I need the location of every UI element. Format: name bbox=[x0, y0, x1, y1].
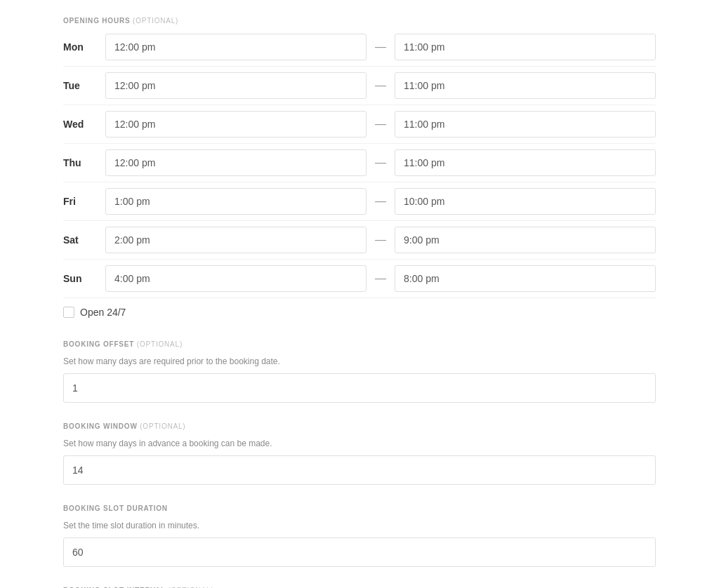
dash-thu: — bbox=[367, 156, 395, 169]
hours-row-mon: Mon — bbox=[63, 28, 656, 67]
booking-window-input[interactable] bbox=[63, 455, 656, 485]
hours-row-thu: Thu — bbox=[63, 144, 656, 182]
open-time-sun[interactable] bbox=[105, 265, 367, 292]
page-container: OPENING HOURS (OPTIONAL) Mon — Tue — Wed… bbox=[0, 0, 719, 588]
open-24h-label: Open 24/7 bbox=[80, 307, 126, 318]
hours-row-fri: Fri — bbox=[63, 182, 656, 221]
opening-hours-label: OPENING HOURS (OPTIONAL) bbox=[63, 17, 178, 25]
open-time-fri[interactable] bbox=[105, 188, 367, 215]
close-time-sun[interactable] bbox=[395, 265, 656, 292]
dash-tue: — bbox=[367, 79, 395, 92]
day-label-tue: Tue bbox=[63, 80, 105, 91]
hours-row-sat: Sat — bbox=[63, 221, 656, 260]
close-time-fri[interactable] bbox=[395, 188, 656, 215]
hours-row-tue: Tue — bbox=[63, 67, 656, 105]
booking-window-section: BOOKING WINDOW (OPTIONAL) Set how many d… bbox=[63, 422, 656, 485]
booking-offset-section: BOOKING OFFSET (OPTIONAL) Set how many d… bbox=[63, 340, 656, 403]
open-time-tue[interactable] bbox=[105, 72, 367, 99]
booking-offset-title: BOOKING OFFSET (OPTIONAL) bbox=[63, 340, 656, 348]
booking-slot-duration-input[interactable] bbox=[63, 537, 656, 567]
close-time-sat[interactable] bbox=[395, 227, 656, 253]
dash-sat: — bbox=[367, 234, 395, 246]
dash-fri: — bbox=[367, 195, 395, 208]
booking-window-description: Set how many days in advance a booking c… bbox=[63, 439, 656, 448]
booking-window-title: BOOKING WINDOW (OPTIONAL) bbox=[63, 422, 656, 430]
hours-row-sun: Sun — bbox=[63, 260, 656, 298]
booking-slot-duration-section: BOOKING SLOT DURATION Set the time slot … bbox=[63, 505, 656, 567]
hours-row-wed: Wed — bbox=[63, 105, 656, 144]
opening-hours-section: OPENING HOURS (OPTIONAL) Mon — Tue — Wed… bbox=[63, 14, 656, 318]
day-label-wed: Wed bbox=[63, 119, 105, 130]
opening-hours-title-row: OPENING HOURS (OPTIONAL) bbox=[63, 14, 656, 25]
dash-wed: — bbox=[367, 118, 395, 131]
day-label-sun: Sun bbox=[63, 273, 105, 284]
day-label-sat: Sat bbox=[63, 234, 105, 246]
dash-sun: — bbox=[367, 272, 395, 285]
close-time-tue[interactable] bbox=[395, 72, 656, 99]
close-time-thu[interactable] bbox=[395, 149, 656, 176]
open-time-wed[interactable] bbox=[105, 111, 367, 138]
booking-offset-description: Set how many days are required prior to … bbox=[63, 356, 656, 366]
booking-offset-input[interactable] bbox=[63, 373, 656, 403]
booking-slot-duration-description: Set the time slot duration in minutes. bbox=[63, 521, 656, 530]
booking-slot-duration-title: BOOKING SLOT DURATION bbox=[63, 505, 656, 512]
open-24h-checkbox[interactable] bbox=[63, 307, 74, 318]
day-label-fri: Fri bbox=[63, 196, 105, 207]
day-label-mon: Mon bbox=[63, 41, 105, 53]
open-time-sat[interactable] bbox=[105, 227, 367, 253]
day-label-thu: Thu bbox=[63, 157, 105, 168]
close-time-mon[interactable] bbox=[395, 34, 656, 60]
open-24h-row: Open 24/7 bbox=[63, 307, 656, 318]
dash-mon: — bbox=[367, 41, 395, 53]
open-time-mon[interactable] bbox=[105, 34, 367, 60]
open-time-thu[interactable] bbox=[105, 149, 367, 176]
close-time-wed[interactable] bbox=[395, 111, 656, 138]
